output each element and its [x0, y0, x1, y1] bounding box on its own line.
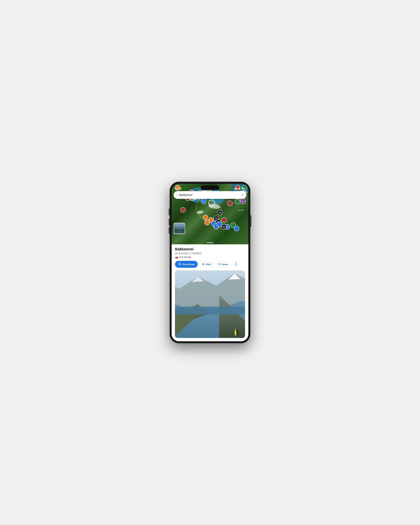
location-info: Bakkanosi (60.9197545, 6.7620850) 🚗 5 hr…	[172, 244, 248, 261]
location-name: Bakkanosi	[175, 247, 245, 251]
close-button[interactable]: ✕	[241, 193, 244, 197]
map-pin-home-6[interactable]: ⌂	[221, 217, 227, 223]
map-pin-camera-5[interactable]: 📷	[221, 224, 227, 229]
svg-marker-9	[202, 263, 205, 265]
phone-frame: 12:39	[170, 182, 250, 343]
start-icon	[202, 263, 205, 266]
map-thumbnail[interactable]: 📷	[174, 223, 185, 234]
battery-icon	[241, 188, 245, 189]
map-pin-selected[interactable]: 🚶	[208, 200, 215, 206]
location-coords: (60.9197545, 6.7620850)	[175, 252, 245, 255]
phone-screen: 12:39	[172, 184, 248, 341]
svg-rect-6	[245, 188, 245, 189]
photo-background	[175, 270, 245, 338]
drive-time-text: 5 hr 28 min	[179, 256, 191, 258]
back-button[interactable]: ‹	[176, 193, 177, 197]
map-pin-blue-hiking-4[interactable]: 🚶	[234, 226, 239, 231]
signal-icon	[234, 187, 237, 190]
start-label: Start	[206, 263, 211, 266]
svg-rect-7	[242, 188, 244, 189]
map-pin-blue-hiking-3[interactable]: 🚶	[217, 222, 222, 227]
notch	[201, 185, 219, 190]
save-label: Save	[222, 263, 228, 266]
car-icon: 🚗	[175, 255, 178, 259]
drive-time: 🚗 5 hr 28 min	[175, 255, 245, 259]
map-pin-home-5[interactable]: ⌂	[180, 207, 186, 213]
map-area[interactable]: ⌂ ⌂ ⌂ ⌂ ⌂ ⌂ 🚶 🚶 🚶 🚶 🚶 🛍 🛍 🛍 🚶 🚶	[172, 184, 248, 244]
save-icon	[218, 263, 221, 266]
start-button[interactable]: Start	[199, 261, 214, 268]
hikers-group	[234, 330, 238, 335]
svg-rect-0	[234, 188, 235, 190]
map-pin-shop-2[interactable]: 🛍	[201, 198, 206, 204]
search-query: Bakkanosi	[179, 193, 240, 197]
bottom-sheet: Bakkanosi (60.9197545, 6.7620850) 🚗 5 hr…	[172, 244, 248, 341]
directions-icon	[178, 262, 181, 266]
map-pin-home-4[interactable]: ⌂	[227, 201, 233, 206]
svg-marker-4	[238, 187, 241, 190]
share-button[interactable]	[232, 261, 239, 268]
hiker-yellow	[234, 330, 236, 335]
mountain-scene	[175, 270, 245, 338]
directions-label: Directions	[182, 263, 195, 266]
svg-rect-3	[237, 187, 237, 190]
search-bar: ‹ Bakkanosi ✕	[174, 191, 246, 199]
svg-rect-2	[236, 188, 237, 190]
map-pin-orange-4[interactable]: 🚶	[205, 220, 210, 225]
share-icon	[234, 262, 237, 266]
status-icons	[234, 187, 245, 190]
save-button[interactable]: Save	[216, 261, 230, 268]
hiker-dark	[237, 331, 238, 335]
map-pin-camera-1[interactable]: 📷	[217, 210, 223, 215]
drag-indicator[interactable]	[207, 242, 213, 243]
photo-section[interactable]	[175, 270, 245, 338]
myrdal-label: Myrdal	[237, 209, 245, 211]
map-pin-orange-2[interactable]: 🚶	[203, 215, 208, 220]
directions-button[interactable]: Directions	[175, 261, 198, 268]
action-buttons: Directions Start	[172, 261, 248, 270]
svg-rect-1	[235, 188, 236, 190]
location-icon	[238, 187, 241, 190]
svg-rect-20	[175, 307, 245, 314]
status-time: 12:39	[175, 187, 181, 190]
